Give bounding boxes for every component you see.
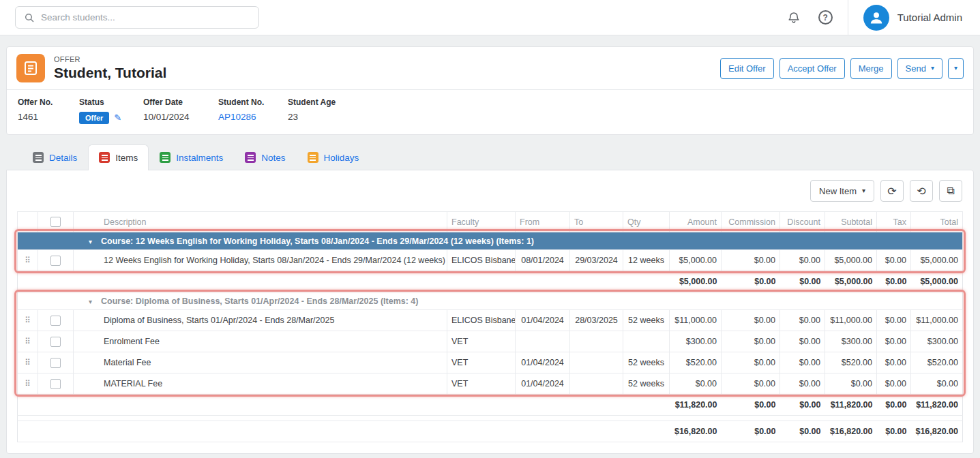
cell-faculty: ELICOS Bisbane bbox=[447, 250, 516, 271]
col-tax: Tax bbox=[877, 212, 911, 232]
col-faculty: Faculty bbox=[447, 212, 516, 232]
subtotal-discount: $0.00 bbox=[780, 271, 825, 292]
grand-subtotal: $16,820.00 bbox=[825, 421, 877, 442]
row-checkbox[interactable] bbox=[50, 379, 61, 389]
edit-status-icon[interactable]: ✎ bbox=[114, 112, 121, 123]
copy-icon: ⧉ bbox=[947, 185, 954, 197]
refresh-button[interactable]: ⟳ bbox=[880, 180, 904, 202]
offer-fields-row: Offer No. 1461 Status Offer✎ Offer Date … bbox=[7, 89, 973, 134]
collapse-caret-icon[interactable]: ▾ bbox=[89, 238, 92, 245]
send-button[interactable]: Send▾ bbox=[897, 58, 942, 79]
student-no-link[interactable]: AP10286 bbox=[218, 112, 256, 122]
chevron-down-icon: ▾ bbox=[931, 65, 934, 72]
col-amount: Amount bbox=[670, 212, 722, 232]
course-group-header[interactable]: ▾Course: Diploma of Business, Starts 01/… bbox=[18, 292, 963, 310]
items-toolbar: New Item ▾ ⟳ ⟲ ⧉ bbox=[7, 170, 973, 211]
item-row[interactable]: ⠿ Enrolment Fee VET $300.00 $0.00 $0.00 … bbox=[18, 331, 963, 352]
history-button[interactable]: ⟲ bbox=[910, 180, 933, 202]
help-button[interactable]: ? bbox=[818, 10, 833, 25]
item-row[interactable]: ⠿ 12 Weeks English for Working Holiday, … bbox=[18, 250, 963, 271]
cell-description: Material Fee bbox=[74, 352, 447, 373]
col-from: From bbox=[516, 212, 570, 232]
cell-tax: $0.00 bbox=[877, 310, 911, 331]
edit-offer-button[interactable]: Edit Offer bbox=[720, 58, 774, 79]
cell-total: $300.00 bbox=[911, 331, 963, 352]
subtotal-total: $5,000.00 bbox=[911, 271, 963, 292]
row-checkbox[interactable] bbox=[50, 358, 61, 368]
drag-handle-icon[interactable]: ⠿ bbox=[22, 358, 33, 367]
cell-description: Enrolment Fee bbox=[74, 331, 447, 352]
cell-subtotal: $5,000.00 bbox=[825, 250, 877, 271]
items-icon bbox=[99, 152, 110, 163]
item-row[interactable]: ⠿ Diploma of Business, Starts 01/Apr/202… bbox=[18, 310, 963, 331]
search-input[interactable] bbox=[41, 12, 250, 22]
item-row[interactable]: ⠿ MATERIAL Fee VET 01/04/2024 52 weeks $… bbox=[18, 373, 963, 395]
row-checkbox[interactable] bbox=[50, 337, 61, 347]
drag-handle-icon[interactable]: ⠿ bbox=[22, 316, 33, 324]
avatar[interactable] bbox=[863, 5, 889, 31]
cell-to bbox=[570, 331, 623, 352]
refresh-icon: ⟳ bbox=[887, 185, 896, 198]
subtotal-amount: $5,000.00 bbox=[670, 271, 722, 292]
row-checkbox[interactable] bbox=[50, 256, 61, 266]
grand-total: $16,820.00 bbox=[911, 421, 963, 442]
course-group-title: Course: Diploma of Business, Starts 01/A… bbox=[101, 296, 418, 306]
status-badge: Offer bbox=[79, 112, 109, 124]
tab-holidays[interactable]: Holidays bbox=[297, 144, 370, 170]
cell-qty: 52 weeks bbox=[623, 352, 670, 373]
details-icon bbox=[33, 152, 44, 163]
item-row[interactable]: ⠿ Material Fee VET 01/04/2024 52 weeks $… bbox=[18, 352, 963, 373]
cell-qty: 12 weeks bbox=[623, 250, 670, 271]
offer-header-card: OFFER Student, Tutorial Edit Offer Accep… bbox=[6, 46, 974, 135]
cell-total: $11,000.00 bbox=[911, 310, 963, 331]
row-checkbox[interactable] bbox=[50, 316, 61, 326]
col-description: Description bbox=[74, 212, 447, 232]
help-icon: ? bbox=[818, 10, 833, 25]
topbar-divider bbox=[848, 0, 848, 35]
col-discount: Discount bbox=[780, 212, 825, 232]
cell-faculty: ELICOS Bisbane bbox=[447, 310, 516, 331]
notifications-button[interactable] bbox=[787, 11, 801, 25]
cell-commission: $0.00 bbox=[722, 373, 780, 395]
accept-offer-button[interactable]: Accept Offer bbox=[779, 58, 845, 79]
subtotal-discount: $0.00 bbox=[780, 395, 825, 416]
search-icon bbox=[24, 12, 35, 23]
group-subtotal-row: $5,000.00 $0.00 $0.00 $5,000.00 $0.00 $5… bbox=[18, 271, 963, 292]
tab-instalments[interactable]: Instalments bbox=[149, 144, 234, 170]
merge-button[interactable]: Merge bbox=[850, 58, 892, 79]
tab-items[interactable]: Items bbox=[88, 144, 149, 170]
cell-tax: $0.00 bbox=[877, 331, 911, 352]
student-search-box[interactable] bbox=[15, 6, 259, 29]
drag-handle-icon[interactable]: ⠿ bbox=[22, 380, 33, 388]
drag-handle-icon[interactable]: ⠿ bbox=[22, 256, 33, 264]
grand-tax: $0.00 bbox=[877, 421, 911, 442]
course-group-title: Course: 12 Weeks English for Working Hol… bbox=[101, 236, 534, 246]
user-name: Tutorial Admin bbox=[897, 12, 962, 23]
cell-commission: $0.00 bbox=[722, 352, 780, 373]
field-student-age: Student Age 23 bbox=[288, 97, 336, 124]
holidays-icon bbox=[308, 152, 318, 163]
cell-tax: $0.00 bbox=[877, 352, 911, 373]
cell-from: 01/04/2024 bbox=[516, 373, 570, 395]
field-offer-no: Offer No. 1461 bbox=[18, 97, 79, 124]
cell-amount: $5,000.00 bbox=[670, 250, 722, 271]
more-actions-button[interactable]: ▾ bbox=[948, 58, 964, 79]
cell-faculty: VET bbox=[447, 352, 516, 373]
select-all-checkbox[interactable] bbox=[50, 217, 61, 227]
cell-from: 01/04/2024 bbox=[516, 310, 570, 331]
col-qty: Qty bbox=[623, 212, 670, 232]
tab-details[interactable]: Details bbox=[22, 144, 88, 170]
tab-notes[interactable]: Notes bbox=[234, 144, 296, 170]
main-content: OFFER Student, Tutorial Edit Offer Accep… bbox=[0, 35, 980, 458]
new-item-button[interactable]: New Item ▾ bbox=[810, 180, 874, 202]
course-group-header[interactable]: ▾Course: 12 Weeks English for Working Ho… bbox=[18, 232, 963, 250]
grand-amount: $16,820.00 bbox=[670, 421, 722, 442]
cell-to bbox=[570, 352, 623, 373]
bell-icon bbox=[787, 11, 801, 25]
cell-discount: $0.00 bbox=[780, 373, 825, 395]
drag-handle-icon[interactable]: ⠿ bbox=[22, 337, 33, 346]
topbar-right: ? Tutorial Admin bbox=[787, 0, 962, 35]
copy-button[interactable]: ⧉ bbox=[939, 180, 962, 202]
col-total: Total bbox=[911, 212, 963, 232]
collapse-caret-icon[interactable]: ▾ bbox=[89, 298, 92, 305]
